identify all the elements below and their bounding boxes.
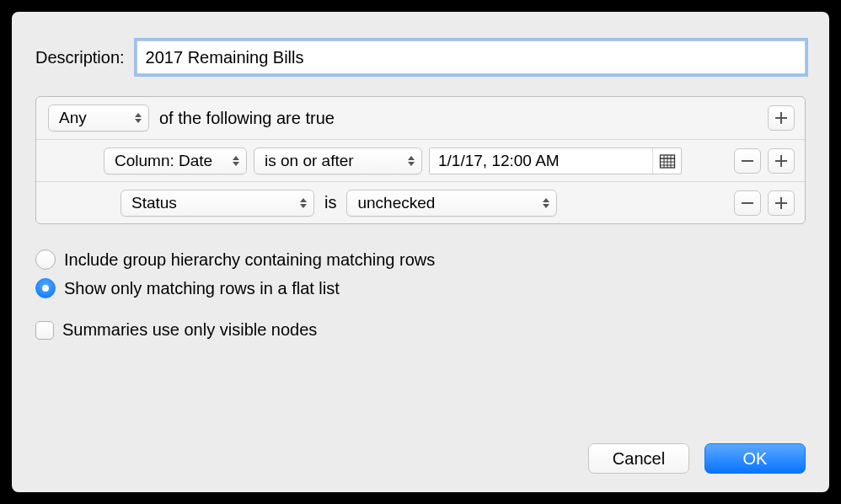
description-row: Description: (35, 40, 806, 74)
date-value: 1/1/17, 12:00 AM (438, 152, 652, 170)
flat-list-radio-label: Show only matching rows in a flat list (64, 279, 340, 298)
rule-condition-row: Column: Date is on or after 1/1/17, 12:0… (36, 139, 805, 181)
add-rule-button[interactable] (768, 148, 795, 174)
date-field[interactable]: 1/1/17, 12:00 AM (429, 147, 682, 174)
dialog-footer: Cancel OK (588, 443, 806, 474)
rule-group-row: Any of the following are true (36, 97, 805, 139)
column-popup[interactable]: Column: Date (104, 147, 247, 174)
column-popup[interactable]: Status (121, 190, 314, 217)
chevron-up-down-icon (231, 154, 240, 168)
cancel-button[interactable]: Cancel (588, 443, 689, 474)
flat-list-radio[interactable] (35, 278, 56, 298)
column-value: Column: Date (115, 152, 212, 170)
remove-rule-button[interactable] (734, 148, 761, 174)
match-suffix-text: of the following are true (159, 109, 335, 128)
option-row: Include group hierarchy containing match… (35, 249, 806, 270)
option-row: Show only matching rows in a flat list (35, 278, 806, 298)
description-label: Description: (35, 48, 125, 67)
hierarchy-radio[interactable] (35, 249, 56, 270)
summaries-checkbox[interactable] (35, 321, 54, 340)
cancel-button-label: Cancel (613, 449, 665, 469)
chevron-up-down-icon (133, 111, 142, 125)
column-value: Status (131, 194, 177, 212)
description-input[interactable] (137, 40, 806, 74)
value-value: unchecked (357, 194, 435, 212)
options-section: Include group hierarchy containing match… (35, 249, 806, 340)
summaries-checkbox-label: Summaries use only visible nodes (62, 320, 317, 340)
connector-text: is (324, 193, 336, 212)
ok-button-label: OK (743, 449, 768, 469)
value-popup[interactable]: unchecked (346, 190, 557, 217)
rules-panel: Any of the following are true Column: Da… (35, 96, 806, 224)
add-rule-button[interactable] (768, 190, 795, 216)
option-row: Summaries use only visible nodes (35, 320, 806, 340)
match-mode-value: Any (59, 109, 87, 127)
ok-button[interactable]: OK (704, 443, 806, 474)
calendar-button[interactable] (652, 148, 681, 174)
chevron-up-down-icon (298, 196, 308, 210)
chevron-up-down-icon (406, 154, 415, 168)
operator-popup[interactable]: is on or after (254, 147, 422, 174)
add-rule-group-button[interactable] (768, 105, 795, 131)
hierarchy-radio-label: Include group hierarchy containing match… (64, 250, 435, 270)
chevron-up-down-icon (541, 196, 550, 210)
calendar-icon (659, 153, 676, 169)
match-mode-popup[interactable]: Any (48, 105, 149, 131)
filter-dialog: Description: Any of the following are tr… (12, 12, 829, 492)
remove-rule-button[interactable] (734, 190, 761, 216)
operator-value: is on or after (265, 152, 354, 170)
rule-condition-row: Status is unchecked (36, 181, 805, 223)
